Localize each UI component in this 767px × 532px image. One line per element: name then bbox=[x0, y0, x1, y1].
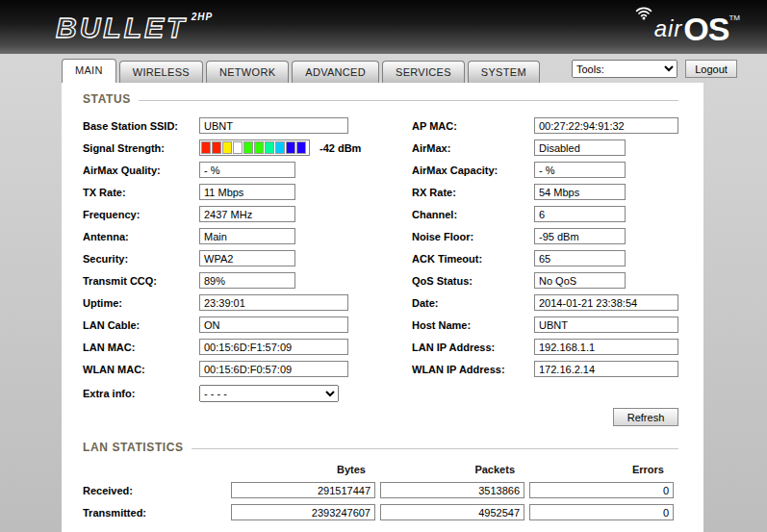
label-airmax: AirMax: bbox=[412, 142, 534, 154]
label-transmitted: Transmitted: bbox=[83, 507, 231, 519]
transmitted-packets: 4952547 bbox=[380, 504, 524, 520]
wifi-signal-icon bbox=[635, 6, 652, 45]
value-qos-status: No QoS bbox=[534, 272, 626, 289]
nav-bar: MAIN WIRELESS NETWORK ADVANCED SERVICES … bbox=[0, 58, 767, 83]
status-row: Security: WPA2 ACK Timeout: 65 bbox=[83, 247, 678, 269]
airos-logo: air OS TM bbox=[635, 6, 740, 45]
value-noise-floor: -95 dBm bbox=[534, 228, 626, 244]
lan-stats-column-headers: Bytes Packets Errors bbox=[83, 464, 678, 479]
nav-right-controls: Tools: Logout bbox=[572, 60, 737, 83]
transmitted-errors: 0 bbox=[529, 504, 674, 520]
label-transmit-ccq: Transmit CCQ: bbox=[83, 275, 199, 287]
status-row: Signal Strength: -42 dBm AirMax: Disable… bbox=[83, 137, 678, 159]
tab-strip: MAIN WIRELESS NETWORK ADVANCED SERVICES … bbox=[62, 59, 543, 83]
lan-statistics-section: LAN STATISTICS Bytes Packets Errors Rece… bbox=[83, 441, 678, 523]
label-base-station-ssid: Base Station SSID: bbox=[83, 120, 199, 132]
label-signal-strength: Signal Strength: bbox=[83, 142, 199, 154]
label-security: Security: bbox=[83, 253, 199, 265]
status-title: STATUS bbox=[83, 92, 131, 106]
brand-name: BULLET bbox=[56, 12, 187, 43]
received-bytes: 291517447 bbox=[231, 482, 375, 498]
status-row: LAN Cable: ON Host Name: UBNT bbox=[83, 314, 678, 336]
label-extra-info: Extra info: bbox=[83, 388, 199, 399]
label-airmax-quality: AirMax Quality: bbox=[83, 165, 199, 176]
lan-stats-row-received: Received: 291517447 3513866 0 bbox=[83, 479, 678, 501]
status-row: Transmit CCQ: 89% QoS Status: No QoS bbox=[83, 269, 678, 291]
lan-statistics-rule bbox=[192, 448, 678, 449]
status-title-rule bbox=[139, 100, 678, 101]
status-row: Antenna: Main Noise Floor: -95 dBm bbox=[83, 225, 678, 247]
value-host-name: UBNT bbox=[534, 317, 678, 333]
signal-meter bbox=[199, 139, 310, 156]
status-row: Frequency: 2437 MHz Channel: 6 bbox=[83, 203, 678, 225]
label-noise-floor: Noise Floor: bbox=[412, 231, 534, 242]
value-date: 2014-01-21 23:38:54 bbox=[534, 294, 678, 311]
tools-dropdown[interactable]: Tools: bbox=[572, 60, 678, 78]
brand-model: 2HP bbox=[192, 12, 213, 22]
label-host-name: Host Name: bbox=[412, 319, 534, 331]
tab-system[interactable]: SYSTEM bbox=[468, 61, 540, 83]
tab-advanced[interactable]: ADVANCED bbox=[292, 61, 379, 83]
signal-strength-value: -42 dBm bbox=[320, 142, 361, 154]
value-rx-rate: 54 Mbps bbox=[534, 184, 626, 200]
label-wlan-ip-address: WLAN IP Address: bbox=[412, 364, 534, 375]
value-lan-mac: 00:15:6D:F1:57:09 bbox=[199, 339, 348, 355]
column-header-bytes: Bytes bbox=[231, 464, 375, 479]
extra-info-dropdown[interactable]: - - - - bbox=[199, 385, 339, 402]
value-security: WPA2 bbox=[199, 250, 295, 266]
refresh-button[interactable]: Refresh bbox=[613, 408, 678, 426]
value-frequency: 2437 MHz bbox=[199, 206, 295, 222]
status-row: Uptime: 23:39:01 Date: 2014-01-21 23:38:… bbox=[83, 291, 678, 314]
value-ap-mac: 00:27:22:94:91:32 bbox=[534, 117, 678, 134]
label-lan-ip-address: LAN IP Address: bbox=[412, 342, 534, 353]
label-received: Received: bbox=[83, 485, 231, 496]
tab-services[interactable]: SERVICES bbox=[382, 61, 465, 83]
status-row: Base Station SSID: UBNT AP MAC: 00:27:22… bbox=[83, 114, 678, 137]
logout-button[interactable]: Logout bbox=[685, 60, 737, 78]
status-row: Extra info: - - - - bbox=[83, 382, 678, 404]
airos-os-text: OS bbox=[683, 13, 729, 45]
lan-stats-row-transmitted: Transmitted: 2393247607 4952547 0 bbox=[83, 501, 678, 523]
value-antenna: Main bbox=[199, 228, 295, 244]
status-fields: Base Station SSID: UBNT AP MAC: 00:27:22… bbox=[83, 114, 678, 404]
tab-wireless[interactable]: WIRELESS bbox=[119, 61, 203, 83]
label-date: Date: bbox=[412, 297, 534, 309]
tab-main[interactable]: MAIN bbox=[62, 59, 116, 83]
value-transmit-ccq: 89% bbox=[199, 272, 295, 289]
label-qos-status: QoS Status: bbox=[412, 275, 534, 287]
lan-statistics-title: LAN STATISTICS bbox=[83, 441, 184, 454]
label-wlan-mac: WLAN MAC: bbox=[83, 364, 199, 375]
column-header-errors: Errors bbox=[529, 464, 674, 479]
label-airmax-capacity: AirMax Capacity: bbox=[412, 165, 534, 176]
value-uptime: 23:39:01 bbox=[199, 294, 348, 311]
status-row: AirMax Quality: - % AirMax Capacity: - % bbox=[83, 159, 678, 181]
brand-logo: BULLET 2HP bbox=[56, 12, 213, 44]
label-tx-rate: TX Rate: bbox=[83, 187, 199, 198]
value-wlan-mac: 00:15:6D:F0:57:09 bbox=[199, 361, 348, 377]
label-channel: Channel: bbox=[412, 209, 534, 220]
airos-air-text: air bbox=[654, 17, 683, 45]
refresh-row: Refresh bbox=[83, 408, 678, 427]
value-airmax-capacity: - % bbox=[534, 162, 626, 178]
value-channel: 6 bbox=[534, 206, 626, 222]
value-wlan-ip-address: 172.16.2.14 bbox=[534, 361, 678, 377]
main-content: STATUS Base Station SSID: UBNT AP MAC: 0… bbox=[62, 83, 703, 532]
label-ap-mac: AP MAC: bbox=[412, 120, 534, 132]
status-row: LAN MAC: 00:15:6D:F1:57:09 LAN IP Addres… bbox=[83, 336, 678, 358]
top-header: BULLET 2HP air OS TM bbox=[0, 0, 767, 54]
tab-network[interactable]: NETWORK bbox=[206, 61, 289, 83]
label-lan-cable: LAN Cable: bbox=[83, 319, 199, 331]
label-frequency: Frequency: bbox=[83, 209, 199, 220]
value-lan-ip-address: 192.168.1.1 bbox=[534, 339, 678, 355]
label-uptime: Uptime: bbox=[83, 297, 199, 309]
value-ack-timeout: 65 bbox=[534, 250, 626, 266]
value-tx-rate: 11 Mbps bbox=[199, 184, 295, 200]
received-errors: 0 bbox=[529, 482, 674, 498]
label-ack-timeout: ACK Timeout: bbox=[412, 253, 534, 265]
lan-statistics-header: LAN STATISTICS bbox=[83, 441, 678, 454]
value-base-station-ssid: UBNT bbox=[199, 117, 348, 134]
label-lan-mac: LAN MAC: bbox=[83, 342, 199, 353]
label-rx-rate: RX Rate: bbox=[412, 187, 534, 198]
transmitted-bytes: 2393247607 bbox=[231, 504, 375, 520]
status-row: WLAN MAC: 00:15:6D:F0:57:09 WLAN IP Addr… bbox=[83, 358, 678, 380]
